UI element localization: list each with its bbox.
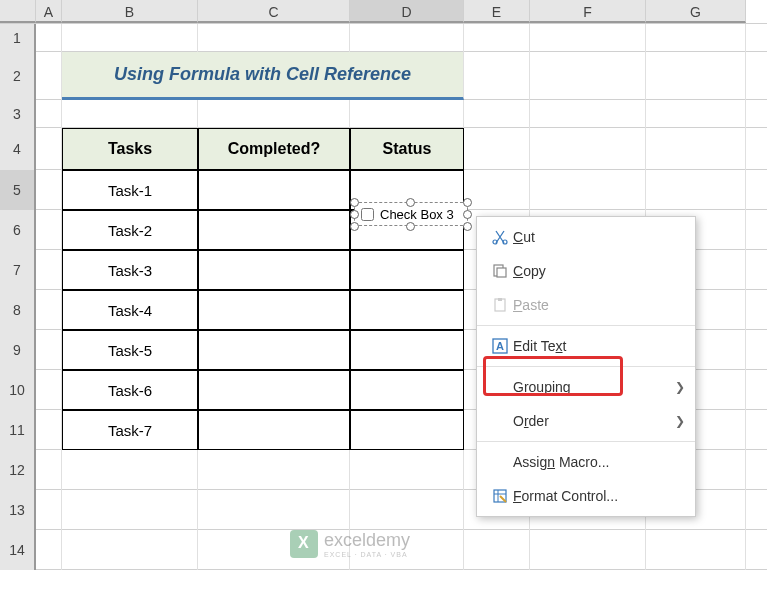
row-header-8[interactable]: 8 (0, 290, 36, 330)
row-header-3[interactable]: 3 (0, 100, 36, 128)
row-header-14[interactable]: 14 (0, 530, 36, 570)
row-header-4[interactable]: 4 (0, 128, 36, 170)
chevron-right-icon: ❯ (675, 380, 685, 394)
col-header-A[interactable]: A (36, 0, 62, 23)
watermark-sub: EXCEL · DATA · VBA (324, 551, 410, 558)
edit-text-icon: A (487, 337, 513, 355)
menu-label: Copy (513, 263, 685, 279)
menu-format-control[interactable]: Format Control... (477, 479, 695, 513)
th-tasks: Tasks (62, 128, 198, 170)
completed-cell[interactable] (198, 410, 350, 450)
selection-handle[interactable] (350, 210, 359, 219)
status-cell[interactable] (350, 330, 464, 370)
page-title: Using Formula with Cell Reference (62, 52, 464, 100)
completed-cell[interactable] (198, 370, 350, 410)
selection-handle[interactable] (463, 198, 472, 207)
menu-assign-macro[interactable]: Assign Macro... (477, 445, 695, 479)
context-menu: CuCutt Copy Paste A Edit Text Grouping ❯… (476, 216, 696, 517)
completed-cell[interactable] (198, 330, 350, 370)
selection-handle[interactable] (463, 222, 472, 231)
status-cell[interactable] (350, 370, 464, 410)
selection-handle[interactable] (350, 198, 359, 207)
row-header-2[interactable]: 2 (0, 52, 36, 100)
row-header-13[interactable]: 13 (0, 490, 36, 530)
row-header-9[interactable]: 9 (0, 330, 36, 370)
menu-label: Assign Macro... (513, 454, 685, 470)
row-header-6[interactable]: 6 (0, 210, 36, 250)
col-header-C[interactable]: C (198, 0, 350, 23)
svg-rect-3 (497, 268, 506, 277)
row-header-7[interactable]: 7 (0, 250, 36, 290)
task-cell[interactable]: Task-5 (62, 330, 198, 370)
svg-text:A: A (496, 340, 504, 352)
col-header-G[interactable]: G (646, 0, 746, 23)
task-cell[interactable]: Task-4 (62, 290, 198, 330)
menu-separator (477, 366, 695, 367)
selection-handle[interactable] (463, 210, 472, 219)
completed-cell[interactable] (198, 210, 350, 250)
menu-label: Format Control... (513, 488, 685, 504)
menu-label: Order (513, 413, 675, 429)
row-header-5[interactable]: 5 (0, 170, 36, 210)
col-header-E[interactable]: E (464, 0, 530, 23)
completed-cell[interactable] (198, 250, 350, 290)
checkbox-label: Check Box 3 (380, 207, 454, 222)
watermark: exceldemy EXCEL · DATA · VBA (290, 530, 410, 558)
svg-rect-5 (498, 298, 502, 301)
row-header-11[interactable]: 11 (0, 410, 36, 450)
menu-order[interactable]: Order ❯ (477, 404, 695, 438)
status-cell[interactable] (350, 250, 464, 290)
th-status: Status (350, 128, 464, 170)
menu-cut[interactable]: CuCutt (477, 220, 695, 254)
col-header-F[interactable]: F (530, 0, 646, 23)
checkbox-input[interactable] (361, 208, 374, 221)
menu-label: Grouping (513, 379, 675, 395)
selection-handle[interactable] (406, 198, 415, 207)
status-cell[interactable] (350, 410, 464, 450)
completed-cell[interactable] (198, 290, 350, 330)
menu-paste: Paste (477, 288, 695, 322)
menu-separator (477, 325, 695, 326)
completed-cell[interactable] (198, 170, 350, 210)
menu-copy[interactable]: Copy (477, 254, 695, 288)
th-completed: Completed? (198, 128, 350, 170)
row-header-12[interactable]: 12 (0, 450, 36, 490)
row-header-10[interactable]: 10 (0, 370, 36, 410)
task-cell[interactable]: Task-1 (62, 170, 198, 210)
status-cell[interactable] (350, 290, 464, 330)
column-headers: A B C D E F G (0, 0, 767, 24)
menu-edit-text[interactable]: A Edit Text (477, 329, 695, 363)
format-icon (487, 488, 513, 504)
select-all-corner[interactable] (0, 0, 36, 23)
copy-icon (487, 263, 513, 279)
selection-handle[interactable] (406, 222, 415, 231)
menu-label: Paste (513, 297, 685, 313)
chevron-right-icon: ❯ (675, 414, 685, 428)
menu-grouping[interactable]: Grouping ❯ (477, 370, 695, 404)
selection-handle[interactable] (350, 222, 359, 231)
menu-separator (477, 441, 695, 442)
menu-label: CuCutt (513, 229, 685, 245)
col-header-B[interactable]: B (62, 0, 198, 23)
task-cell[interactable]: Task-3 (62, 250, 198, 290)
task-cell[interactable]: Task-6 (62, 370, 198, 410)
task-cell[interactable]: Task-7 (62, 410, 198, 450)
menu-label: Edit Text (513, 338, 685, 354)
paste-icon (487, 297, 513, 313)
row-header-1[interactable]: 1 (0, 24, 36, 52)
scissors-icon (487, 229, 513, 245)
col-header-D[interactable]: D (350, 0, 464, 23)
watermark-brand: exceldemy (324, 530, 410, 551)
watermark-icon (290, 530, 318, 558)
task-cell[interactable]: Task-2 (62, 210, 198, 250)
